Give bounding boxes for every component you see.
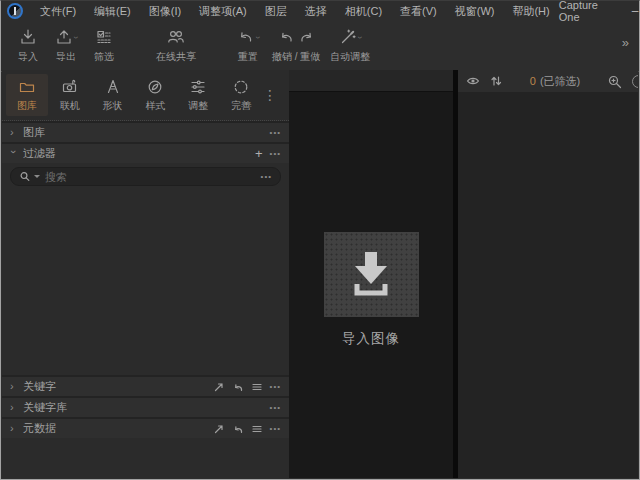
sort-icon[interactable]: [490, 75, 503, 87]
sidebar-tail: [2, 438, 289, 478]
browser-body: [458, 92, 638, 478]
count-value: 0: [530, 75, 536, 87]
collapse-right-icon: ›: [10, 127, 17, 138]
tab-adjustments[interactable]: 调整: [177, 74, 219, 116]
undo-icon: [278, 28, 296, 46]
add-filter-button[interactable]: +: [255, 147, 263, 160]
sliders-icon: [189, 78, 207, 96]
brush-icon: [104, 78, 122, 96]
copy-apply-icon[interactable]: [213, 381, 225, 393]
capture-one-window: 文件(F) 编辑(E) 图像(I) 调整项(A) 图层 选择 相机(C) 查看(…: [0, 0, 640, 480]
search-scope-caret-icon[interactable]: [34, 175, 40, 178]
chevron-down-icon: ›: [355, 36, 364, 39]
keywords-panel-title: 关键字: [23, 379, 56, 394]
tab-tether-label: 联机: [60, 99, 80, 113]
people-icon: [166, 26, 186, 48]
reset-label: 重置: [238, 50, 258, 64]
library-panel-header[interactable]: › 图库 •••: [2, 121, 289, 142]
reset-small-icon[interactable]: [232, 423, 244, 435]
share-label: 在线共享: [156, 50, 196, 64]
keywords-panel-menu-button[interactable]: •••: [270, 382, 281, 391]
chevron-down-icon: ›: [71, 36, 80, 39]
auto-adjust-label: 自动调整: [330, 50, 370, 64]
browser-toolbar: 0(已筛选): [458, 70, 638, 92]
left-sidebar: 图库 联机 形状 样式: [2, 70, 289, 478]
keyword-library-panel-header[interactable]: › 关键字库 •••: [2, 396, 289, 417]
tab-shapes[interactable]: 形状: [92, 74, 134, 116]
menu-layer[interactable]: 图层: [256, 1, 296, 21]
export-icon: ›: [55, 26, 77, 48]
tab-shapes-label: 形状: [103, 99, 123, 113]
undo-redo-label: 撤销 / 重做: [272, 50, 320, 64]
copy-apply-icon[interactable]: [213, 423, 225, 435]
titlebar: 文件(F) 编辑(E) 图像(I) 调整项(A) 图层 选择 相机(C) 查看(…: [1, 1, 639, 21]
tab-refine[interactable]: 完善: [220, 74, 262, 116]
toolbar-overflow-button[interactable]: »: [622, 35, 629, 50]
metadata-panel-menu-button[interactable]: •••: [270, 424, 281, 433]
menu-select[interactable]: 选择: [296, 1, 336, 21]
library-panel-menu-button[interactable]: •••: [270, 128, 281, 137]
capture-one-logo-icon[interactable]: [7, 3, 23, 19]
tab-styles-label: 样式: [145, 99, 165, 113]
import-images-button[interactable]: [324, 232, 419, 317]
magic-wand-icon: ›: [339, 26, 361, 48]
count-suffix: (已筛选): [540, 75, 580, 87]
filters-panel-menu-button[interactable]: •••: [270, 149, 281, 158]
metadata-panel-header[interactable]: › 元数据 •••: [2, 417, 289, 438]
undo-redo-button[interactable]: 撤销 / 重做: [267, 24, 325, 66]
menu-window[interactable]: 视窗(W): [446, 1, 504, 21]
zoom-icon[interactable]: [607, 74, 622, 89]
filters-panel-header[interactable]: › 过滤器 + •••: [2, 142, 289, 163]
import-images-label: 导入图像: [342, 330, 400, 348]
folder-icon: [18, 78, 36, 96]
search-options-button[interactable]: •••: [261, 172, 272, 181]
tab-styles[interactable]: 样式: [134, 74, 176, 116]
tool-tabs: 图库 联机 形状 样式: [2, 70, 289, 121]
toolbar: 导入 › 导出 筛选 在线共享 ›: [1, 21, 639, 72]
reset-small-icon[interactable]: [232, 381, 244, 393]
titlebar-right: Capture One – ×: [559, 1, 640, 21]
export-label: 导出: [56, 50, 76, 64]
export-button[interactable]: › 导出: [47, 24, 85, 66]
filter-grid-icon: [95, 26, 113, 48]
menu-file[interactable]: 文件(F): [31, 1, 85, 21]
viewer-body: 导入图像: [289, 92, 453, 478]
online-share-button[interactable]: 在线共享: [151, 24, 201, 66]
filter-button[interactable]: 筛选: [85, 24, 123, 66]
tab-library-label: 图库: [17, 99, 37, 113]
keyword-library-panel-title: 关键字库: [23, 400, 67, 415]
menu-adjustments[interactable]: 调整项(A): [190, 1, 256, 21]
minimize-button[interactable]: –: [625, 1, 640, 21]
styles-circle-icon: [146, 78, 164, 96]
collapse-right-icon: ›: [10, 402, 17, 413]
camera-icon: [61, 78, 79, 96]
search-box[interactable]: •••: [10, 167, 281, 186]
presets-list-icon[interactable]: [251, 423, 263, 435]
tabs-more-button[interactable]: ⋮: [263, 87, 285, 103]
tab-adjustments-label: 调整: [188, 99, 208, 113]
search-input[interactable]: [43, 170, 258, 184]
library-panel-title: 图库: [23, 125, 45, 140]
collapse-right-icon: ›: [10, 423, 17, 434]
menu-camera[interactable]: 相机(C): [336, 1, 391, 21]
presets-list-icon[interactable]: [251, 381, 263, 393]
keyword-library-menu-button[interactable]: •••: [270, 403, 281, 412]
keywords-panel-header[interactable]: › 关键字 •••: [2, 375, 289, 396]
reset-button[interactable]: › 重置: [229, 24, 267, 66]
import-button[interactable]: 导入: [9, 24, 47, 66]
eye-icon[interactable]: [466, 75, 480, 87]
filter-label: 筛选: [94, 50, 114, 64]
tab-library[interactable]: 图库: [6, 74, 48, 116]
tab-tether[interactable]: 联机: [49, 74, 91, 116]
import-icon: [19, 26, 37, 48]
clipped-icon[interactable]: [632, 75, 638, 88]
menu-edit[interactable]: 编辑(E): [85, 1, 140, 21]
dashed-circle-icon: [232, 78, 250, 96]
menu-view[interactable]: 查看(V): [391, 1, 446, 21]
menu-image[interactable]: 图像(I): [140, 1, 190, 21]
viewer: 导入图像: [289, 70, 453, 478]
search-icon: [19, 171, 31, 183]
menu-help[interactable]: 帮助(H): [503, 1, 558, 21]
auto-adjust-button[interactable]: › 自动调整: [325, 24, 375, 66]
metadata-panel-title: 元数据: [23, 421, 56, 436]
